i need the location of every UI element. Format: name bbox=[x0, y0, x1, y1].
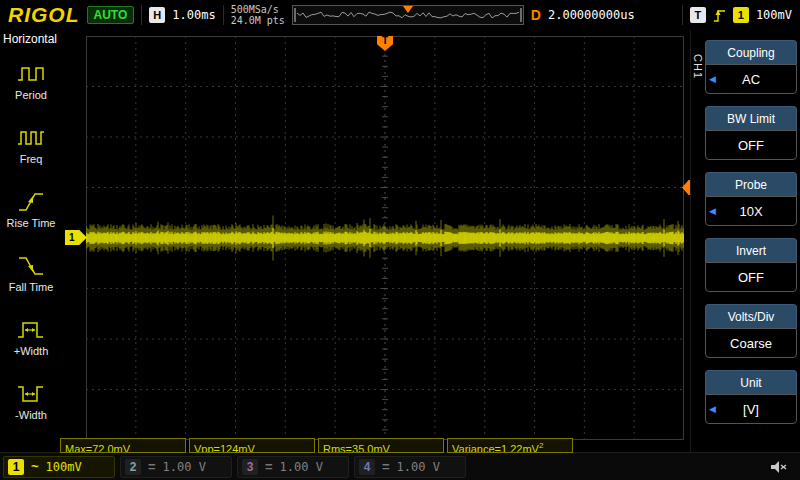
sidebar-item-period[interactable]: Period bbox=[0, 49, 62, 113]
measurement-variance[interactable]: Variance=1.22mV2 bbox=[447, 438, 573, 453]
top-status-bar: RIGOL AUTO H 1.00ms 500MSa/s 24.0M pts D… bbox=[0, 0, 800, 30]
measurement-max[interactable]: Max=72.0mV bbox=[60, 438, 186, 453]
menu-item-value[interactable]: ◀ [V] bbox=[705, 394, 797, 424]
menu-item-value[interactable]: ◀ AC bbox=[705, 64, 797, 94]
measurement-text: Variance=1.22mV bbox=[452, 443, 539, 453]
menu-column: Coupling ◀ AC BW Limit OFF Probe ◀ 10X bbox=[705, 40, 797, 436]
trigger-label-badge: T bbox=[690, 7, 706, 23]
measurement-row: Max=72.0mV Vpp=124mV Rms=35.0mV Variance… bbox=[60, 438, 573, 453]
sidebar-item-label: Freq bbox=[20, 153, 43, 165]
menu-item-coupling[interactable]: Coupling ◀ AC bbox=[705, 40, 797, 94]
rise-time-icon bbox=[17, 190, 45, 214]
sample-rate: 500MSa/s bbox=[231, 4, 285, 16]
measurement-rms[interactable]: Rms=35.0mV bbox=[318, 438, 444, 453]
channel-scale: 1.00 V bbox=[163, 460, 206, 474]
sidebar-item-pwidth[interactable]: +Width bbox=[0, 305, 62, 369]
channel-2-status[interactable]: 2 = 1.00 V bbox=[120, 456, 232, 478]
measurement-sup: 2 bbox=[539, 441, 543, 450]
measurement-text: Rms=35.0mV bbox=[323, 443, 390, 453]
trigger-position-value[interactable]: 2.00000000us bbox=[548, 8, 635, 22]
menu-item-header: Unit bbox=[705, 370, 797, 394]
sidebar-item-label: Fall Time bbox=[9, 281, 54, 293]
measurement-text: Max=72.0mV bbox=[65, 443, 130, 453]
channel-number-badge: 3 bbox=[242, 459, 258, 475]
mute-indicator[interactable] bbox=[770, 460, 788, 474]
sidebar-title: Horizontal bbox=[0, 31, 62, 49]
menu-value-text: OFF bbox=[738, 138, 764, 153]
coupling-dc-icon: = bbox=[382, 459, 390, 474]
submenu-arrow-icon: ◀ bbox=[709, 75, 716, 84]
channel-1-status[interactable]: 1 ~ 100mV bbox=[3, 456, 115, 478]
minus-width-icon bbox=[17, 382, 45, 406]
trigger-position-marker-mini[interactable] bbox=[403, 6, 413, 13]
fall-time-icon bbox=[17, 254, 45, 278]
sidebar-item-nwidth[interactable]: -Width bbox=[0, 369, 62, 433]
menu-item-volts-div[interactable]: Volts/Div Coarse bbox=[705, 304, 797, 358]
channel1-level-marker[interactable]: 1 bbox=[65, 230, 87, 245]
sidebar-item-label: +Width bbox=[14, 345, 49, 357]
menu-value-text: Coarse bbox=[730, 336, 772, 351]
sidebar-item-label: -Width bbox=[15, 409, 47, 421]
sidebar-item-label: Period bbox=[15, 89, 47, 101]
menu-item-header: Invert bbox=[705, 238, 797, 262]
menu-item-bw-limit[interactable]: BW Limit OFF bbox=[705, 106, 797, 160]
menu-value-text: [V] bbox=[743, 402, 759, 417]
waveform-preview-strip[interactable] bbox=[292, 5, 524, 25]
sidebar-item-fall-time[interactable]: Fall Time bbox=[0, 241, 62, 305]
sidebar-item-label: Rise Time bbox=[7, 217, 56, 229]
channel-4-status[interactable]: 4 = 1.00 V bbox=[354, 456, 466, 478]
sidebar-item-rise-time[interactable]: Rise Time bbox=[0, 177, 62, 241]
menu-item-unit[interactable]: Unit ◀ [V] bbox=[705, 370, 797, 424]
trigger-level-value[interactable]: 100mV bbox=[756, 8, 792, 22]
measure-sidebar: Horizontal Period Freq Rise Time bbox=[0, 30, 62, 452]
channel-scale: 100mV bbox=[46, 460, 82, 474]
channel-number-badge: 2 bbox=[125, 459, 141, 475]
measurement-vpp[interactable]: Vpp=124mV bbox=[189, 438, 315, 453]
menu-item-value[interactable]: Coarse bbox=[705, 328, 797, 358]
menu-item-value[interactable]: ◀ 10X bbox=[705, 196, 797, 226]
freq-icon bbox=[17, 126, 45, 150]
coupling-dc-icon: = bbox=[148, 459, 156, 474]
sidebar-item-freq[interactable]: Freq bbox=[0, 113, 62, 177]
plus-width-icon bbox=[17, 318, 45, 342]
measurement-text: Vpp=124mV bbox=[194, 443, 255, 453]
coupling-ac-icon: ~ bbox=[31, 459, 39, 474]
menu-item-value[interactable]: OFF bbox=[705, 130, 797, 160]
soft-menu-panel: CH1 Coupling ◀ AC BW Limit OFF Probe ◀ bbox=[690, 30, 800, 452]
menu-item-header: Probe bbox=[705, 172, 797, 196]
rigol-logo: RIGOL bbox=[8, 3, 80, 27]
channel-scale: 1.00 V bbox=[280, 460, 323, 474]
acquisition-info: 500MSa/s 24.0M pts bbox=[231, 4, 285, 27]
coupling-dc-icon: = bbox=[265, 459, 273, 474]
display-area: T 1 T bbox=[62, 30, 690, 452]
menu-item-probe[interactable]: Probe ◀ 10X bbox=[705, 172, 797, 226]
menu-item-invert[interactable]: Invert OFF bbox=[705, 238, 797, 292]
menu-item-header: BW Limit bbox=[705, 106, 797, 130]
channel-number-badge: 4 bbox=[359, 459, 375, 475]
channel-scale: 1.00 V bbox=[397, 460, 440, 474]
divider bbox=[141, 5, 142, 25]
menu-channel-label: CH1 bbox=[692, 54, 704, 79]
channel-number-badge: 1 bbox=[8, 459, 24, 475]
timebase-value[interactable]: 1.00ms bbox=[172, 8, 215, 22]
submenu-arrow-icon: ◀ bbox=[709, 207, 716, 216]
period-icon bbox=[17, 62, 45, 86]
channel-3-status[interactable]: 3 = 1.00 V bbox=[237, 456, 349, 478]
divider bbox=[682, 5, 683, 25]
trigger-source-badge[interactable]: 1 bbox=[733, 7, 749, 23]
channel-status-bar: 1 ~ 100mV 2 = 1.00 V 3 = 1.00 V 4 = 1.00… bbox=[0, 452, 800, 480]
submenu-arrow-icon: ◀ bbox=[709, 405, 716, 414]
menu-value-text: OFF bbox=[738, 270, 764, 285]
menu-item-header: Volts/Div bbox=[705, 304, 797, 328]
main-region: Horizontal Period Freq Rise Time bbox=[0, 30, 800, 452]
trigger-slope-icon bbox=[713, 8, 726, 23]
divider bbox=[223, 5, 224, 25]
memory-depth: 24.0M pts bbox=[231, 15, 285, 27]
menu-item-value[interactable]: OFF bbox=[705, 262, 797, 292]
graticule-plot bbox=[86, 36, 684, 440]
horizontal-label-badge: H bbox=[149, 7, 165, 23]
delay-label: D bbox=[531, 7, 541, 23]
run-status-badge[interactable]: AUTO bbox=[87, 6, 135, 24]
menu-value-text: AC bbox=[742, 72, 760, 87]
speaker-muted-icon bbox=[770, 460, 788, 474]
